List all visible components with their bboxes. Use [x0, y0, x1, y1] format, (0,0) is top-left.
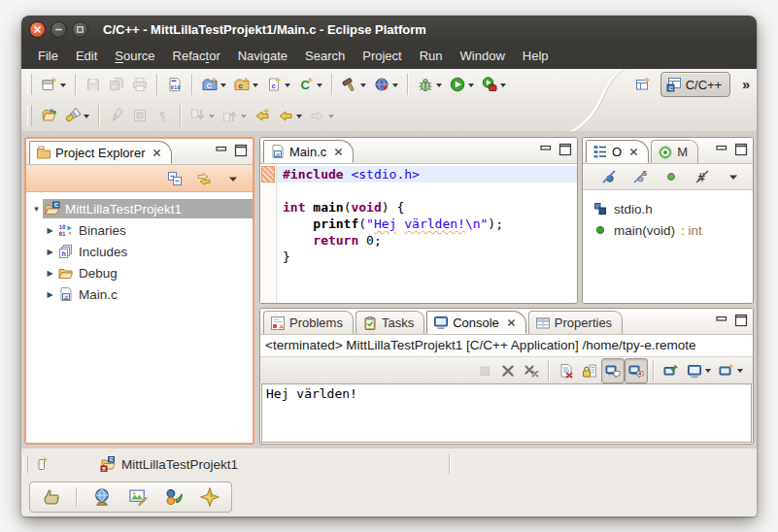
view-menu-button[interactable] — [722, 164, 745, 189]
remove-launch-button[interactable] — [496, 358, 520, 383]
show-stderr-button[interactable] — [625, 358, 648, 383]
hide-static-button[interactable]: S — [628, 164, 652, 189]
tree-row-body[interactable]: hIncludes — [56, 242, 253, 261]
pin-console-button[interactable] — [660, 358, 683, 383]
whats-new-button[interactable] — [160, 484, 187, 510]
debug-button[interactable] — [414, 72, 446, 97]
external-tools-button[interactable] — [478, 72, 510, 97]
minimize-view-icon[interactable] — [714, 142, 729, 157]
code-area[interactable]: #include <stdio.h> int main(void) { prin… — [277, 164, 577, 303]
collapse-twisty-icon[interactable]: ▼ — [30, 205, 43, 214]
expand-twisty-icon[interactable]: ▶ — [44, 269, 56, 278]
maximize-view-icon[interactable] — [733, 313, 749, 328]
tab-console[interactable]: Console — [426, 311, 526, 334]
collapse-all-button[interactable] — [163, 166, 186, 191]
minimize-view-icon[interactable] — [714, 313, 729, 328]
new-wizard-button[interactable] — [38, 72, 70, 97]
menu-file[interactable]: File — [29, 43, 67, 69]
back-button[interactable] — [274, 103, 306, 128]
fast-view-trim-icon[interactable] — [34, 456, 50, 472]
last-edit-location-button[interactable] — [251, 103, 274, 128]
minimize-view-icon[interactable] — [538, 142, 554, 157]
outline-item-main-void-[interactable]: main(void) : int — [583, 219, 753, 241]
remove-all-launches-button[interactable] — [520, 358, 543, 383]
run-button[interactable] — [446, 72, 478, 97]
toolbar-grip[interactable] — [27, 74, 32, 95]
expand-twisty-icon[interactable]: ▶ — [44, 248, 56, 256]
first-steps-button[interactable] — [196, 484, 223, 510]
tree-item-mittlillatestprojekt1[interactable]: ▼CMittLillaTestProjekt1 — [26, 198, 253, 219]
tab-properties[interactable]: Properties — [528, 311, 623, 334]
close-icon[interactable] — [627, 146, 640, 158]
menu-source[interactable]: Source — [106, 43, 163, 69]
menu-window[interactable]: Window — [452, 43, 514, 69]
open-element-button[interactable] — [38, 103, 61, 128]
outline-list[interactable]: stdio.hmain(void) : int — [583, 190, 753, 303]
menu-edit[interactable]: Edit — [67, 43, 106, 69]
new-c-project-button[interactable]: C — [198, 72, 230, 97]
show-stdout-button[interactable] — [601, 358, 625, 383]
samples-button[interactable] — [124, 484, 152, 510]
outline-item-stdio-h[interactable]: stdio.h — [583, 198, 753, 219]
titlebar[interactable]: C/C++ - MittLillaTestProjekt1/Main.c - E… — [21, 16, 757, 43]
tree-row-body[interactable]: .cMain.c — [56, 284, 253, 304]
new-cpp-project-button[interactable]: c — [230, 72, 262, 97]
hide-inactive-button[interactable]: # — [691, 164, 714, 189]
hide-non-public-button[interactable] — [660, 164, 683, 189]
close-icon[interactable] — [505, 316, 518, 329]
display-console-button[interactable] — [683, 358, 715, 383]
maximize-view-icon[interactable] — [558, 142, 573, 157]
search-button[interactable] — [61, 103, 93, 128]
tree-row-body[interactable]: Debug — [56, 263, 253, 283]
overview-button[interactable] — [88, 484, 116, 510]
tab-problems[interactable]: Problems — [263, 311, 354, 334]
binary-file-button[interactable]: 010 — [163, 72, 186, 97]
tree-item-includes[interactable]: ▶hIncludes — [26, 241, 253, 262]
project-tree[interactable]: ▼CMittLillaTestProjekt1▶1001Binaries▶hIn… — [26, 192, 253, 443]
menu-refactor[interactable]: Refactor — [164, 43, 229, 69]
menu-project[interactable]: Project — [354, 43, 410, 69]
view-menu-button[interactable] — [221, 166, 245, 191]
tree-item-main-c[interactable]: ▶.cMain.c — [26, 283, 253, 305]
tree-item-debug[interactable]: ▶Debug — [26, 262, 253, 283]
link-with-editor-button[interactable] — [192, 166, 216, 191]
tab-main-c[interactable]: .c Main.c — [263, 140, 354, 163]
build-all-button[interactable] — [370, 72, 402, 97]
hide-fields-button[interactable] — [597, 164, 621, 189]
cpp-perspective-button[interactable]: C C/C++ — [660, 72, 731, 97]
new-class-button[interactable]: C — [294, 72, 326, 97]
open-console-button[interactable] — [715, 358, 747, 383]
maximize-view-icon[interactable] — [733, 142, 749, 157]
minimize-view-icon[interactable] — [214, 143, 229, 158]
tab-outline[interactable]: O — [586, 140, 649, 163]
clear-console-button[interactable] — [555, 358, 578, 383]
minimize-window-button[interactable] — [51, 21, 67, 38]
tab-make-targets[interactable]: M — [651, 140, 698, 163]
sort-button[interactable]: az — [582, 164, 590, 189]
scroll-lock-button[interactable] — [578, 358, 601, 383]
maximize-window-button[interactable] — [72, 21, 88, 38]
menu-help[interactable]: Help — [514, 43, 558, 69]
tab-tasks[interactable]: Tasks — [355, 311, 424, 334]
close-window-button[interactable] — [29, 21, 46, 38]
perspective-overflow-chevron[interactable]: » — [742, 77, 749, 92]
close-icon[interactable] — [332, 146, 345, 158]
tree-row-body[interactable]: 1001Binaries — [56, 220, 253, 240]
trim-grip[interactable] — [23, 455, 28, 473]
menu-search[interactable]: Search — [296, 43, 354, 69]
code-editor[interactable]: #include <stdio.h> int main(void) { prin… — [260, 164, 577, 303]
tree-item-binaries[interactable]: ▶1001Binaries — [26, 219, 253, 241]
build-button[interactable] — [338, 72, 370, 97]
open-perspective-button[interactable] — [631, 72, 655, 97]
console-output[interactable]: Hej världen! — [261, 383, 752, 443]
expand-twisty-icon[interactable]: ▶ — [44, 226, 56, 235]
expand-twisty-icon[interactable]: ▶ — [44, 290, 56, 299]
welcome-button[interactable] — [38, 484, 65, 510]
new-source-file-button[interactable]: c — [262, 72, 294, 97]
tree-row-body[interactable]: CMittLillaTestProjekt1 — [43, 199, 253, 218]
close-icon[interactable] — [151, 147, 163, 159]
tab-project-explorer[interactable]: Project Explorer — [29, 141, 172, 164]
maximize-view-icon[interactable] — [233, 143, 249, 158]
toolbar-grip[interactable] — [27, 105, 32, 126]
menu-navigate[interactable]: Navigate — [229, 43, 296, 69]
